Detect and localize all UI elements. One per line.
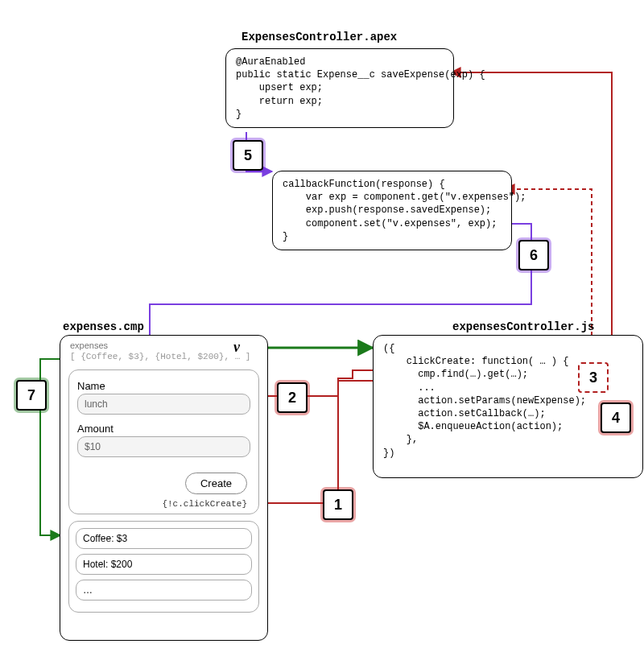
name-label: Name [77, 380, 250, 392]
step-5: 5 [233, 140, 263, 171]
name-field[interactable]: lunch [77, 394, 250, 415]
js-file-title: expensesController.js [452, 320, 594, 333]
step-4: 4 [601, 402, 631, 433]
list-item: … [76, 580, 252, 601]
amount-field[interactable]: $10 [77, 436, 250, 457]
view-v-label: v [233, 339, 240, 356]
handler-expression: {!c.clickCreate} [162, 499, 247, 509]
step-1: 1 [323, 489, 353, 520]
step-2: 2 [277, 382, 308, 413]
expenses-component: expenses [ {Coffee, $3}, {Hotel, $200}, … [60, 335, 268, 641]
expense-form: Name lunch Amount $10 Create {!c.clickCr… [68, 369, 259, 514]
amount-label: Amount [77, 423, 250, 435]
list-item: Coffee: $3 [76, 528, 252, 549]
apex-file-title: ExpensesController.apex [242, 31, 397, 43]
step-6: 6 [518, 240, 549, 270]
step-7: 7 [16, 380, 47, 411]
create-button[interactable]: Create [185, 473, 247, 494]
callback-code-box: callbackFunction(response) { var exp = c… [272, 171, 512, 250]
list-item: Hotel: $200 [76, 554, 252, 575]
apex-code-box: @AuraEnabled public static Expense__c sa… [225, 48, 454, 128]
step-3: 3 [578, 362, 609, 393]
cmp-file-title: expenses.cmp [63, 320, 144, 333]
expense-list: Coffee: $3 Hotel: $200 … [68, 521, 259, 613]
